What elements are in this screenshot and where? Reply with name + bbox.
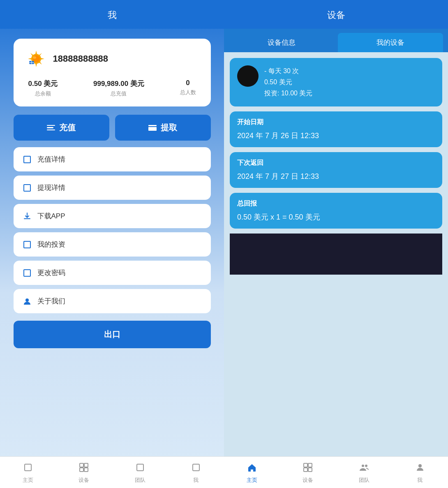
recharge-icon (47, 125, 55, 131)
withdraw-button[interactable]: 提取 (115, 115, 211, 141)
stat-balance: 0.50 美元 总余额 (28, 79, 58, 97)
right-nav-me[interactable]: 我 (392, 461, 448, 486)
device-avatar (237, 65, 259, 87)
device-daily: - 每天 30 次 (264, 65, 312, 76)
menu-label-investment: 我的投资 (37, 240, 65, 249)
right-nav-device-label: 设备 (303, 476, 313, 484)
tab-my-device[interactable]: 我的设备 (338, 33, 443, 52)
right-title: 设备 (327, 10, 345, 20)
home-icon (23, 463, 33, 475)
total-return-title: 总回报 (237, 199, 435, 208)
menu-label-withdraw: 提现详情 (37, 183, 65, 192)
profile-top: 18888888888 (25, 48, 199, 70)
start-date-title: 开始日期 (237, 118, 435, 127)
app-logo (25, 48, 47, 70)
svg-point-6 (25, 298, 29, 302)
left-nav-me-label: 我 (193, 476, 199, 484)
svg-rect-10 (80, 468, 83, 472)
next-return-card: 下次返回 2024 年 7 月 27 日 12:33 (230, 152, 442, 188)
action-buttons: 充值 提取 (14, 115, 211, 141)
svg-rect-14 (304, 463, 307, 467)
dark-section (230, 234, 442, 275)
menu-item-about[interactable]: 关于我们 (14, 289, 211, 313)
svg-point-20 (418, 464, 422, 467)
left-nav-team[interactable]: 团队 (112, 461, 168, 486)
start-date-value: 2024 年 7 月 26 日 12:33 (237, 131, 435, 141)
menu-icon-withdraw (23, 183, 32, 192)
menu-icon-recharge (23, 155, 32, 164)
menu-item-investment[interactable]: 我的投资 (14, 232, 211, 257)
left-nav-device[interactable]: 设备 (56, 461, 112, 486)
svg-point-18 (362, 465, 364, 467)
right-nav-home-label: 主页 (247, 476, 257, 484)
right-team-icon (359, 463, 369, 475)
menu-list: 充值详情 提现详情 下载APP 我的投资 更改密 (14, 147, 211, 313)
people-value: 0 (186, 79, 189, 87)
withdraw-icon (148, 125, 157, 131)
device-icon (79, 463, 89, 475)
device-details: - 每天 30 次 0.50 美元 投资: 10.00 美元 (264, 65, 312, 99)
svg-rect-9 (84, 463, 88, 467)
person-icon (23, 297, 32, 306)
balance-value: 0.50 美元 (28, 79, 58, 88)
svg-point-19 (365, 465, 367, 467)
me-icon (191, 463, 201, 475)
left-nav-me[interactable]: 我 (168, 461, 224, 486)
left-bottom-nav: 主页 设备 团队 (0, 456, 224, 488)
square-icon-3 (23, 241, 31, 248)
menu-item-password[interactable]: 更改密码 (14, 261, 211, 285)
menu-label-password: 更改密码 (37, 268, 65, 278)
tab-device-info[interactable]: 设备信息 (229, 33, 335, 52)
menu-label-download: 下载APP (37, 211, 65, 221)
right-nav-me-label: 我 (417, 476, 423, 484)
menu-icon-password (23, 268, 32, 278)
tab-bar: 设备信息 我的设备 (224, 29, 448, 52)
left-title: 我 (108, 10, 117, 20)
total-return-value: 0.50 美元 x 1 = 0.50 美元 (237, 212, 435, 222)
next-return-value: 2024 年 7 月 27 日 12:33 (237, 171, 435, 181)
right-nav-team-label: 团队 (359, 476, 369, 484)
right-nav-team[interactable]: 团队 (336, 461, 392, 486)
recharge-button[interactable]: 充值 (14, 115, 109, 141)
profile-card: 18888888888 0.50 美元 总余额 999,989.00 美元 总充… (14, 39, 211, 106)
withdraw-label: 提取 (161, 122, 177, 133)
square-icon (23, 156, 31, 163)
people-label: 总人数 (180, 89, 196, 96)
svg-rect-7 (25, 464, 31, 471)
menu-item-download[interactable]: 下载APP (14, 204, 211, 228)
device-card: - 每天 30 次 0.50 美元 投资: 10.00 美元 (230, 58, 442, 106)
left-panel: 我 (0, 0, 224, 488)
menu-item-recharge-detail[interactable]: 充值详情 (14, 147, 211, 171)
recharge-label: 总充值 (111, 90, 127, 97)
svg-rect-8 (80, 463, 83, 467)
stat-people: 0 总人数 (180, 79, 196, 96)
total-return-card: 总回报 0.50 美元 x 1 = 0.50 美元 (230, 193, 442, 229)
right-nav-device[interactable]: 设备 (280, 461, 336, 486)
download-icon (23, 212, 32, 221)
svg-rect-13 (193, 464, 199, 471)
menu-label-recharge: 充值详情 (37, 155, 65, 164)
left-nav-home[interactable]: 主页 (0, 461, 56, 486)
logout-label: 出口 (104, 330, 120, 339)
square-icon-2 (23, 184, 31, 192)
recharge-value: 999,989.00 美元 (93, 79, 144, 88)
right-content: - 每天 30 次 0.50 美元 投资: 10.00 美元 开始日期 2024… (224, 52, 448, 456)
right-header: 设备 (224, 0, 448, 29)
svg-rect-15 (308, 463, 312, 467)
recharge-label: 充值 (59, 122, 76, 133)
logout-button[interactable]: 出口 (14, 321, 211, 348)
profile-stats: 0.50 美元 总余额 999,989.00 美元 总充值 0 总人数 (25, 79, 199, 97)
start-date-card: 开始日期 2024 年 7 月 26 日 12:33 (230, 111, 442, 147)
svg-rect-11 (84, 468, 88, 472)
left-nav-device-label: 设备 (79, 476, 89, 484)
svg-rect-12 (137, 464, 143, 471)
right-nav-home[interactable]: 主页 (224, 461, 280, 486)
menu-item-withdraw-detail[interactable]: 提现详情 (14, 176, 211, 200)
next-return-title: 下次返回 (237, 159, 435, 167)
stat-recharge: 999,989.00 美元 总充值 (93, 79, 144, 97)
left-nav-team-label: 团队 (135, 476, 145, 484)
svg-point-2 (33, 56, 36, 59)
svg-rect-17 (308, 468, 312, 472)
device-invest: 投资: 10.00 美元 (264, 88, 312, 99)
balance-label: 总余额 (35, 90, 51, 97)
